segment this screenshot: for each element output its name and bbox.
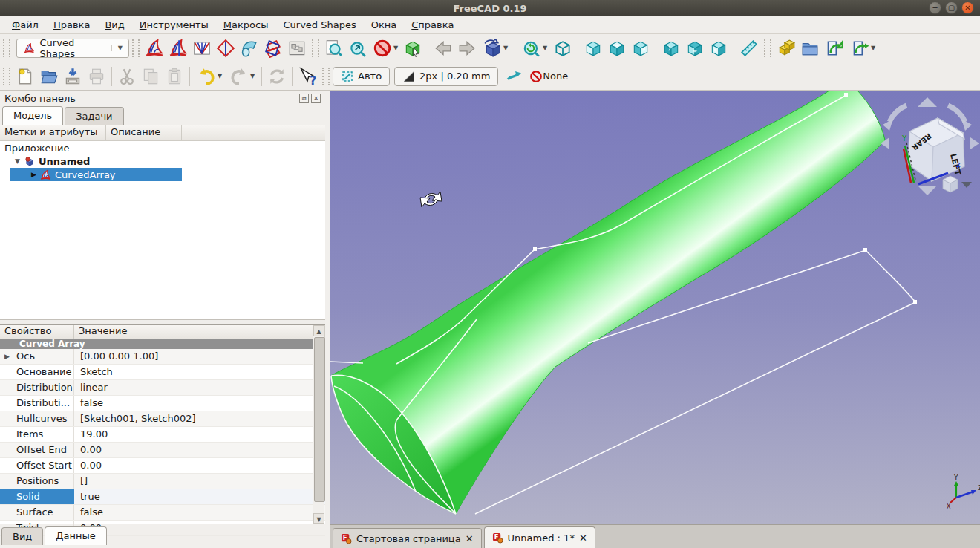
expander-down-icon[interactable]: ▼ [15, 157, 20, 165]
refresh-button[interactable] [265, 65, 289, 88]
view-bottom-button[interactable] [683, 37, 707, 59]
property-row[interactable]: Offset Start0.00 [0, 458, 325, 474]
menu-file[interactable]: Файл [4, 17, 46, 33]
property-group-header[interactable]: Curved Array [0, 339, 325, 349]
view-top-button[interactable] [605, 37, 629, 59]
fit-all-button[interactable]: ▼ [518, 37, 551, 59]
scroll-down-button[interactable]: ▼ [313, 513, 324, 524]
property-row[interactable]: ОснованиеSketch [0, 365, 325, 380]
property-row[interactable]: Positions[] [0, 474, 325, 489]
property-row[interactable]: Distributionlinear [0, 380, 325, 396]
menu-macros[interactable]: Макросы [216, 17, 276, 33]
draw-style-button[interactable]: ▼ [370, 37, 401, 59]
measure-distance-button[interactable] [737, 37, 761, 59]
tab-view[interactable]: Вид [1, 527, 43, 545]
property-row[interactable]: Offset End0.00 [0, 443, 325, 458]
whats-this-button[interactable]: ? [295, 65, 319, 88]
surface-cut-button[interactable] [261, 37, 285, 59]
workbench-selector[interactable]: Curved Shapes ▼ [16, 39, 129, 58]
view-right-button[interactable] [629, 37, 653, 59]
expander-right-icon[interactable]: ▶ [31, 171, 36, 178]
menu-edit[interactable]: Правка [46, 17, 97, 33]
property-row-selected[interactable]: Solidtrue [0, 489, 325, 505]
property-row[interactable]: Items19.00 [0, 427, 325, 443]
navcube-mini-cube[interactable] [943, 176, 958, 192]
toolbar-grip[interactable] [322, 68, 330, 85]
open-button[interactable] [37, 65, 61, 88]
expander-right-icon[interactable]: ▶ [4, 349, 10, 364]
property-header-name[interactable]: Свойство [0, 325, 74, 339]
close-tab-icon[interactable]: ✕ [579, 532, 587, 544]
curved-array-button[interactable] [143, 37, 166, 59]
close-tab-icon[interactable]: ✕ [466, 533, 474, 544]
zoom-box-button[interactable] [346, 37, 370, 59]
tab-model[interactable]: Модель [2, 106, 63, 125]
save-button[interactable] [61, 65, 85, 88]
tab-start-page[interactable]: F Стартовая страница ✕ [333, 528, 482, 548]
tree-item-curvedarray[interactable]: ▶ CurvedArray [10, 168, 182, 181]
view-left-button[interactable] [707, 37, 731, 59]
3d-viewport[interactable]: REAR LEFT Y z [330, 91, 980, 524]
menu-help[interactable]: Справка [404, 17, 461, 33]
tree-header-labels[interactable]: Метки и атрибуты [0, 125, 106, 140]
tree-item-document[interactable]: ▼ Unnamed [0, 154, 325, 168]
cut-button[interactable] [115, 65, 139, 88]
fit-selection-button[interactable] [322, 37, 346, 59]
property-row[interactable]: ▶Ось[0.00 0.00 1.00] [0, 349, 325, 365]
draft-apply-style-button[interactable] [503, 65, 526, 88]
property-scrollbar[interactable]: ▲ ▼ [313, 325, 324, 524]
box-selection-button[interactable] [401, 37, 425, 59]
tab-data[interactable]: Данные [45, 526, 106, 545]
nav-back-button[interactable] [431, 37, 455, 59]
curved-segment-button[interactable] [190, 37, 214, 59]
nav-forward-button[interactable] [455, 37, 479, 59]
property-row[interactable]: Distributi...false [0, 396, 325, 411]
maximize-button[interactable]: ▢ [945, 1, 958, 14]
draft-autogroup-button[interactable]: None [526, 65, 571, 88]
axonometric-button[interactable] [551, 37, 575, 59]
tab-tasks[interactable]: Задачи [65, 107, 123, 125]
make-link-button[interactable] [822, 37, 846, 59]
toolbar-grip[interactable] [3, 39, 10, 57]
property-header-value[interactable]: Значение [74, 325, 325, 339]
create-group-button[interactable] [798, 37, 822, 59]
menu-curved-shapes[interactable]: Curved Shapes [275, 17, 363, 33]
curved-segment-icon [192, 39, 212, 58]
curved-path-array-button[interactable] [166, 37, 190, 59]
title-bar[interactable]: FreeCAD 0.19 ─ ▢ ✕ [0, 0, 980, 16]
create-part-button[interactable] [774, 37, 798, 59]
draft-linewidth-button[interactable]: 2px | 0.20 mm [394, 67, 498, 86]
tree-item-application[interactable]: Приложение [0, 141, 325, 154]
home-view-button[interactable]: ▼ [479, 37, 512, 59]
float-panel-button[interactable]: ⧉ [299, 94, 309, 103]
interpolated-middle-button[interactable] [214, 37, 238, 59]
toolbar-grip[interactable] [3, 68, 10, 85]
close-panel-button[interactable]: ✕ [311, 94, 321, 103]
scroll-up-button[interactable]: ▲ [313, 325, 324, 336]
redo-button[interactable]: ▼ [226, 65, 258, 88]
pipeshell-button[interactable] [238, 37, 261, 59]
property-row[interactable]: Surfacefalse [0, 505, 325, 521]
property-row[interactable]: Hullcurves[Sketch001, Sketch002] [0, 411, 325, 427]
toolbar-grip[interactable] [312, 39, 319, 57]
undo-button[interactable]: ▼ [193, 65, 226, 88]
toolbar-grip[interactable] [132, 39, 140, 57]
notes-box-button[interactable] [285, 37, 309, 59]
view-rear-button[interactable] [659, 37, 683, 59]
tree-header-description[interactable]: Описание [106, 125, 182, 140]
make-sub-link-button[interactable]: ▼ [846, 37, 880, 59]
menu-windows[interactable]: Окна [364, 17, 405, 33]
new-document-button[interactable] [13, 65, 37, 88]
print-button[interactable] [85, 65, 108, 88]
paste-button[interactable] [163, 65, 186, 88]
minimize-button[interactable]: ─ [929, 1, 941, 14]
menu-tools[interactable]: Инструменты [132, 17, 216, 33]
toolbar-grip[interactable] [764, 39, 771, 57]
menu-view[interactable]: Вид [97, 17, 131, 33]
copy-button[interactable] [139, 65, 163, 88]
tab-unnamed-document[interactable]: F Unnamed : 1* ✕ [484, 526, 595, 548]
scrollbar-thumb[interactable] [314, 337, 325, 502]
draft-plane-button[interactable]: Авто [333, 67, 390, 86]
close-button[interactable]: ✕ [961, 1, 974, 14]
view-front-button[interactable] [581, 37, 605, 59]
